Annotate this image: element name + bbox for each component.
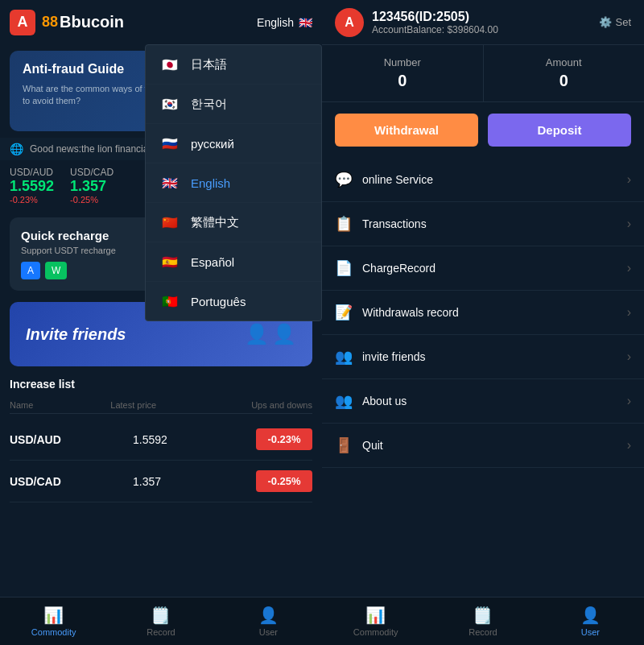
menu-list: 💬 online Service › 📋 Transactions › 📄 Ch… bbox=[322, 158, 644, 597]
list-item[interactable]: USD/AUD 1.5592 -0.23% bbox=[10, 419, 312, 461]
bbucoin-logo: 88 Bbucoin bbox=[42, 13, 124, 31]
nav-commodity-left[interactable]: 📊 Commodity bbox=[0, 597, 107, 645]
flag-uk-icon: 🇬🇧 bbox=[299, 16, 312, 29]
right-bottom-nav: 📊 Commodity 🗒️ Record 👤 User bbox=[322, 597, 644, 645]
lang-item-chinese[interactable]: 🇨🇳 繁體中文 bbox=[146, 203, 321, 242]
left-bottom-nav: 📊 Commodity 🗒️ Record 👤 User bbox=[0, 597, 322, 645]
menu-item-transactions[interactable]: 📋 Transactions › bbox=[322, 202, 644, 246]
menu-item-invite-friends[interactable]: 👥 invite friends › bbox=[322, 335, 644, 379]
set-label: Set bbox=[615, 16, 631, 28]
left-panel: A 88 Bbucoin English 🇬🇧 🇯🇵 日本語 🇰🇷 한국어 🇷🇺… bbox=[0, 0, 322, 645]
record-icon: 🗒️ bbox=[151, 606, 171, 625]
flag-ru-icon: 🇷🇺 bbox=[159, 132, 181, 155]
lang-item-english[interactable]: 🇬🇧 English bbox=[146, 163, 321, 203]
forex-usd-aud: USD/AUD 1.5592 -0.23% bbox=[10, 167, 54, 205]
quit-label: Quit bbox=[362, 439, 627, 452]
user-icon: 👤 bbox=[258, 606, 279, 625]
figure-2: 👤 bbox=[272, 323, 296, 345]
withdrawal-button[interactable]: Withdrawal bbox=[335, 114, 478, 147]
menu-item-online-service[interactable]: 💬 online Service › bbox=[322, 158, 644, 202]
flag-pt-icon: 🇵🇹 bbox=[159, 290, 181, 312]
invite-title: Invite friends bbox=[26, 325, 126, 344]
charge-icon: 📄 bbox=[335, 259, 353, 277]
invite-icon: 👥 bbox=[335, 348, 353, 366]
list-name-2: USD/CAD bbox=[10, 475, 133, 488]
record-label-right: Record bbox=[469, 627, 497, 637]
number-value: 0 bbox=[398, 72, 407, 90]
chevron-right-icon: › bbox=[627, 261, 631, 275]
quit-icon: 🚪 bbox=[335, 436, 353, 454]
logo-name: Bbucoin bbox=[60, 13, 124, 31]
forex-change-2: -0.25% bbox=[70, 195, 114, 205]
invite-figures: 👤 👤 bbox=[245, 323, 296, 345]
menu-item-about-us[interactable]: 👥 About us › bbox=[322, 379, 644, 424]
balance-value: $398604.00 bbox=[447, 24, 497, 35]
lang-item-japanese[interactable]: 🇯🇵 日本語 bbox=[146, 45, 321, 85]
forex-price-2: 1.357 bbox=[70, 178, 114, 195]
charge-record-label: ChargeRecord bbox=[362, 262, 627, 275]
transactions-label: Transactions bbox=[362, 217, 627, 230]
list-header: Name Latest price Ups and downs bbox=[10, 397, 312, 414]
lang-english-label: English bbox=[191, 176, 230, 190]
online-service-label: online Service bbox=[362, 173, 627, 186]
nav-record-right[interactable]: 🗒️ Record bbox=[429, 597, 536, 645]
user-label: User bbox=[259, 627, 278, 637]
list-price-1: 1.5592 bbox=[133, 433, 256, 446]
gear-icon: ⚙️ bbox=[599, 16, 612, 28]
increase-list: Increase list Name Latest price Ups and … bbox=[0, 371, 322, 597]
action-buttons: Withdrawal Deposit bbox=[322, 102, 644, 158]
list-item[interactable]: USD/CAD 1.357 -0.25% bbox=[10, 461, 312, 502]
amount-value: 0 bbox=[559, 72, 568, 90]
menu-item-quit[interactable]: 🚪 Quit › bbox=[322, 424, 644, 468]
chevron-right-icon: › bbox=[627, 172, 631, 187]
increase-list-title: Increase list bbox=[10, 378, 312, 391]
deposit-button[interactable]: Deposit bbox=[488, 114, 631, 147]
commodity-icon-right: 📊 bbox=[365, 606, 386, 625]
lang-portuguese-label: Português bbox=[191, 295, 246, 308]
lang-russian-label: русский bbox=[191, 137, 234, 151]
settings-button[interactable]: ⚙️ Set bbox=[599, 16, 631, 28]
nav-record-left[interactable]: 🗒️ Record bbox=[107, 597, 214, 645]
about-us-label: About us bbox=[362, 395, 627, 407]
withdrawals-record-label: Withdrawals record bbox=[362, 306, 627, 319]
lang-item-spanish[interactable]: 🇪🇸 Español bbox=[146, 242, 321, 282]
left-header: A 88 Bbucoin English 🇬🇧 bbox=[0, 0, 322, 44]
nav-commodity-right[interactable]: 📊 Commodity bbox=[322, 597, 429, 645]
lang-item-portuguese[interactable]: 🇵🇹 Português bbox=[146, 282, 321, 320]
forex-usd-cad: USD/CAD 1.357 -0.25% bbox=[70, 167, 114, 205]
menu-item-withdrawals-record[interactable]: 📝 Withdrawals record › bbox=[322, 291, 644, 335]
forex-price-1: 1.5592 bbox=[10, 178, 54, 195]
user-icon-right: 👤 bbox=[580, 606, 601, 625]
lang-chinese-label: 繁體中文 bbox=[191, 215, 239, 230]
stats-row: Number 0 Amount 0 bbox=[322, 44, 644, 102]
col-price: Latest price bbox=[110, 400, 211, 410]
col-name: Name bbox=[10, 400, 110, 410]
list-change-1: -0.23% bbox=[256, 428, 312, 450]
language-button[interactable]: English 🇬🇧 bbox=[257, 16, 312, 29]
balance-label: AccountBalance: bbox=[372, 24, 444, 35]
invite-friends-label: invite friends bbox=[362, 350, 627, 363]
list-price-2: 1.357 bbox=[133, 475, 256, 488]
chevron-right-icon: › bbox=[627, 349, 631, 364]
lang-item-korean[interactable]: 🇰🇷 한국어 bbox=[146, 85, 321, 124]
avatar: A bbox=[335, 8, 364, 37]
account-balance: AccountBalance: $398604.00 bbox=[372, 24, 599, 35]
nav-user-right[interactable]: 👤 User bbox=[537, 597, 644, 645]
wechat-icon: W bbox=[45, 262, 67, 279]
chevron-right-icon: › bbox=[627, 305, 631, 320]
flag-cn-icon: 🇨🇳 bbox=[159, 211, 181, 234]
number-stat: Number 0 bbox=[322, 45, 484, 101]
logo-a-icon: A bbox=[10, 10, 35, 35]
flag-kr-icon: 🇰🇷 bbox=[159, 93, 181, 115]
list-change-2: -0.25% bbox=[256, 470, 312, 492]
menu-item-charge-record[interactable]: 📄 ChargeRecord › bbox=[322, 246, 644, 291]
nav-user-left[interactable]: 👤 User bbox=[215, 597, 322, 645]
lang-item-russian[interactable]: 🇷🇺 русский bbox=[146, 124, 321, 163]
globe-icon: 🌐 bbox=[10, 143, 23, 155]
logo-88: 88 bbox=[42, 14, 58, 31]
amount-label: Amount bbox=[546, 56, 582, 68]
chat-icon: 💬 bbox=[335, 171, 353, 188]
number-label: Number bbox=[384, 56, 421, 68]
col-change: Ups and downs bbox=[212, 400, 312, 410]
list-name-1: USD/AUD bbox=[10, 433, 133, 446]
